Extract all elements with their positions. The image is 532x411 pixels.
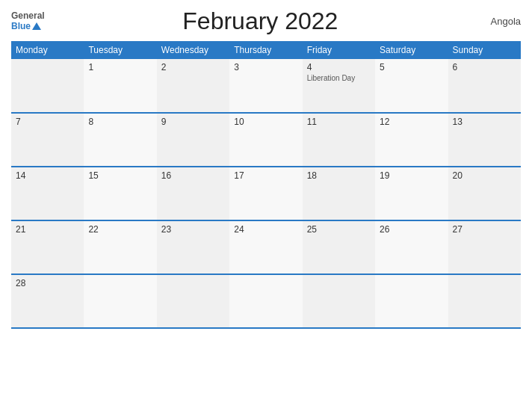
calendar-day-cell: [303, 274, 375, 328]
day-number: 28: [16, 278, 79, 288]
col-thursday: Thursday: [229, 41, 302, 59]
calendar-day-cell: 6: [448, 59, 521, 113]
calendar-day-cell: 16: [157, 167, 229, 220]
col-tuesday: Tuesday: [84, 41, 156, 59]
calendar-day-cell: 1: [84, 59, 156, 113]
day-number: 26: [380, 224, 443, 235]
calendar-day-cell: [84, 274, 156, 328]
day-number: 23: [161, 224, 225, 235]
logo-blue-text: Blue: [11, 22, 31, 31]
calendar-day-cell: [157, 274, 229, 328]
calendar-day-cell: 19: [375, 167, 448, 220]
calendar-week-row: 28: [11, 274, 521, 328]
calendar-title: February 2022: [45, 7, 476, 35]
logo: General Blue: [11, 11, 45, 31]
calendar-day-cell: 2: [157, 59, 229, 113]
calendar-day-cell: 3: [229, 59, 302, 113]
calendar-week-row: 1234Liberation Day56: [11, 59, 521, 113]
logo-general-text: General: [11, 11, 45, 21]
day-number: 19: [380, 170, 443, 181]
day-number: 7: [16, 117, 79, 127]
calendar-page: General Blue February 2022 Angola Monday…: [0, 0, 532, 411]
calendar-day-cell: 11: [303, 113, 375, 167]
day-number: 27: [453, 224, 516, 235]
calendar-day-cell: 23: [157, 220, 229, 274]
calendar-day-cell: 17: [229, 167, 302, 220]
calendar-day-cell: [229, 274, 302, 328]
calendar-day-cell: 22: [84, 220, 156, 274]
calendar-day-cell: 26: [375, 220, 448, 274]
calendar-week-row: 78910111213: [11, 113, 521, 167]
col-wednesday: Wednesday: [157, 41, 229, 59]
col-monday: Monday: [11, 41, 84, 59]
day-number: 2: [161, 62, 225, 72]
calendar-week-row: 21222324252627: [11, 220, 521, 274]
day-number: 15: [88, 170, 152, 181]
calendar-day-cell: 24: [229, 220, 302, 274]
calendar-header: General Blue February 2022 Angola: [11, 7, 521, 35]
holiday-label: Liberation Day: [307, 74, 371, 82]
calendar-day-cell: 7: [11, 113, 84, 167]
calendar-day-cell: 20: [448, 167, 521, 220]
calendar-day-cell: 5: [375, 59, 448, 113]
calendar-table: Monday Tuesday Wednesday Thursday Friday…: [11, 41, 521, 329]
day-number: 17: [234, 170, 297, 181]
calendar-day-cell: 4Liberation Day: [303, 59, 375, 113]
calendar-day-cell: [448, 274, 521, 328]
calendar-day-cell: 28: [11, 274, 84, 328]
day-number: 25: [307, 224, 371, 235]
calendar-day-cell: 13: [448, 113, 521, 167]
calendar-day-cell: 18: [303, 167, 375, 220]
day-number: 18: [307, 170, 371, 181]
day-number: 5: [380, 62, 443, 72]
day-number: 16: [161, 170, 225, 181]
day-number: 1: [88, 62, 152, 72]
day-number: 4: [307, 62, 371, 72]
weekday-header-row: Monday Tuesday Wednesday Thursday Friday…: [11, 41, 521, 59]
calendar-week-row: 14151617181920: [11, 167, 521, 220]
calendar-day-cell: 27: [448, 220, 521, 274]
day-number: 24: [234, 224, 297, 235]
calendar-day-cell: [375, 274, 448, 328]
calendar-day-cell: 14: [11, 167, 84, 220]
calendar-day-cell: 8: [84, 113, 156, 167]
day-number: 11: [307, 117, 371, 127]
day-number: 20: [453, 170, 516, 181]
day-number: 21: [16, 224, 79, 235]
day-number: 9: [161, 117, 225, 127]
day-number: 8: [88, 117, 152, 127]
calendar-day-cell: 15: [84, 167, 156, 220]
calendar-day-cell: 25: [303, 220, 375, 274]
calendar-day-cell: 21: [11, 220, 84, 274]
day-number: 6: [453, 62, 516, 72]
country-label: Angola: [476, 16, 521, 27]
calendar-day-cell: [11, 59, 84, 113]
col-sunday: Sunday: [448, 41, 521, 59]
day-number: 10: [234, 117, 297, 127]
day-number: 22: [88, 224, 152, 235]
col-friday: Friday: [303, 41, 375, 59]
calendar-day-cell: 12: [375, 113, 448, 167]
day-number: 12: [380, 117, 443, 127]
logo-triangle-icon: [32, 22, 41, 30]
day-number: 13: [453, 117, 516, 127]
day-number: 14: [16, 170, 79, 181]
calendar-day-cell: 9: [157, 113, 229, 167]
col-saturday: Saturday: [375, 41, 448, 59]
calendar-day-cell: 10: [229, 113, 302, 167]
day-number: 3: [234, 62, 297, 72]
